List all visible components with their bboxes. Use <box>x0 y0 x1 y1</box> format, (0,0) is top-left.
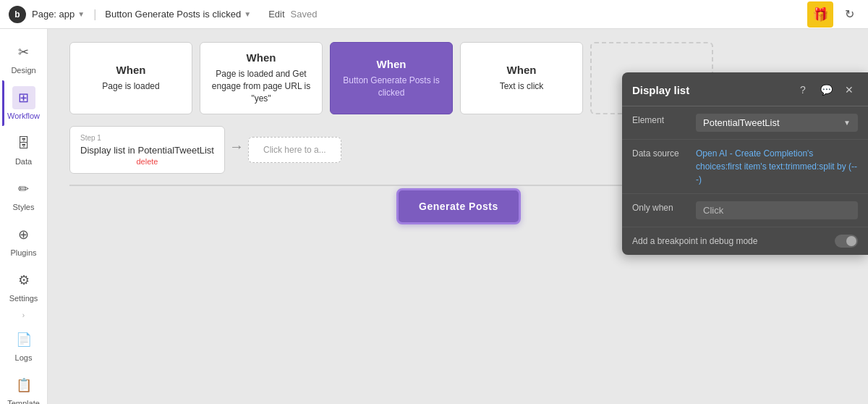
panel-header: Display list ? 💬 ✕ <box>622 72 868 106</box>
plugins-icon: ⊕ <box>18 227 29 243</box>
step-label: Step 1 <box>80 134 214 142</box>
gift-button[interactable]: 🎁 <box>807 1 833 28</box>
step-delete[interactable]: delete <box>80 157 214 166</box>
close-icon: ✕ <box>845 84 854 96</box>
click-here-card[interactable]: Click here to a... <box>248 137 341 163</box>
logs-icon: 📄 <box>16 332 32 348</box>
workflow-card-4[interactable]: When Text is click <box>460 42 583 114</box>
styles-icon: ✏ <box>18 181 29 197</box>
datasource-label: Data source <box>632 147 690 159</box>
settings-icon: ⚙ <box>18 272 30 288</box>
active-bar <box>2 80 4 126</box>
panel-footer: Add a breakpoint in debug mode <box>622 227 868 255</box>
panel-close-button[interactable]: ✕ <box>841 81 858 98</box>
sidebar-label-styles: Styles <box>13 203 35 211</box>
datasource-value: Open AI - Create Completion's choices:fi… <box>696 148 857 185</box>
generate-posts-button[interactable]: Generate Posts <box>396 188 521 224</box>
breakpoint-toggle[interactable] <box>835 235 858 248</box>
display-panel: Display list ? 💬 ✕ Element <box>622 72 868 255</box>
wcard2-sub: Page is loaded and Get engage from page … <box>209 68 313 104</box>
element-dropdown-inner[interactable]: PotentialTweetList ▼ <box>696 114 858 132</box>
sidebar-label-workflow: Workflow <box>7 111 40 120</box>
element-value: PotentialTweetList <box>703 117 780 128</box>
sidebar-item-data[interactable]: 🗄 Data <box>2 126 46 172</box>
panel-datasource-row: Data source Open AI - Create Completion'… <box>622 140 868 194</box>
element-label: Element <box>632 114 690 125</box>
sidebar: ✂ Design ⊞ Workflow 🗄 Data ✏ Styles ⊕ <box>0 29 48 404</box>
wcard2-title: When <box>247 51 276 64</box>
page-selector[interactable]: Page: app ▼ <box>32 9 85 20</box>
help-icon: ? <box>800 84 806 96</box>
step-card-1[interactable]: Step 1 Display list in PotentialTweetLis… <box>69 126 225 174</box>
only-when-value: Click <box>696 201 858 219</box>
wcard4-sub: Text is click <box>500 80 544 93</box>
trigger-selector[interactable]: Button Generate Posts is clicked ▼ <box>105 9 251 20</box>
sidebar-label-plugins: Plugins <box>10 248 36 257</box>
step-arrow: → <box>229 138 244 155</box>
sidebar-label-logs: Logs <box>15 353 33 362</box>
breakpoint-label: Add a breakpoint in debug mode <box>632 236 757 246</box>
workflow-card-1[interactable]: When Page is loaded <box>69 42 192 114</box>
wcard1-sub: Page is loaded <box>102 80 159 93</box>
refresh-button[interactable]: ↻ <box>839 4 859 25</box>
edit-button[interactable]: Edit <box>268 9 284 20</box>
workflow-icon: ⊞ <box>18 90 29 106</box>
panel-header-icons: ? 💬 ✕ <box>794 81 858 98</box>
page-chevron: ▼ <box>77 10 85 18</box>
wcard3-sub: Button Generate Posts is clicked <box>339 75 443 99</box>
only-when-value-wrap[interactable]: Click <box>696 201 858 219</box>
sidebar-collapse[interactable]: › <box>22 311 25 319</box>
trigger-label: Button Generate Posts is clicked <box>105 9 241 20</box>
page-label: Page: app <box>32 9 75 20</box>
sidebar-label-design: Design <box>11 66 35 75</box>
datasource-value-wrap[interactable]: Open AI - Create Completion's choices:fi… <box>696 147 858 186</box>
sidebar-label-template: Template <box>7 399 40 404</box>
click-here-label: Click here to a... <box>263 145 326 155</box>
only-when-label: Only when <box>632 201 690 213</box>
panel-onlywhen-row: Only when Click <box>622 194 868 227</box>
panel-help-button[interactable]: ? <box>794 81 812 98</box>
main-layout: ✂ Design ⊞ Workflow 🗄 Data ✏ Styles ⊕ <box>0 29 868 404</box>
panel-title: Display list <box>632 84 689 96</box>
wcard4-title: When <box>507 64 537 76</box>
topbar-divider: | <box>93 8 96 21</box>
sidebar-item-logs[interactable]: 📄 Logs <box>2 322 46 368</box>
element-dropdown[interactable]: PotentialTweetList ▼ <box>696 114 858 132</box>
canvas-area: When Page is loaded When Page is loaded … <box>48 29 868 404</box>
workflow-card-3[interactable]: When Button Generate Posts is clicked <box>330 42 453 114</box>
data-icon: 🗄 <box>17 136 30 151</box>
topbar: b Page: app ▼ | Button Generate Posts is… <box>0 0 868 29</box>
sidebar-label-settings: Settings <box>9 294 38 303</box>
sidebar-label-data: Data <box>15 157 32 166</box>
sidebar-item-plugins[interactable]: ⊕ Plugins <box>2 217 46 263</box>
workflow-card-2[interactable]: When Page is loaded and Get engage from … <box>200 42 323 114</box>
sidebar-item-workflow[interactable]: ⊞ Workflow <box>2 80 46 126</box>
design-icon: ✂ <box>18 44 29 60</box>
sidebar-item-design[interactable]: ✂ Design <box>2 35 46 80</box>
wcard3-title: When <box>377 58 407 70</box>
sidebar-item-template[interactable]: 📋 Template <box>2 368 46 404</box>
panel-comment-button[interactable]: 💬 <box>817 81 835 98</box>
panel-element-row: Element PotentialTweetList ▼ <box>622 106 868 140</box>
step-title: Display list in PotentialTweetList <box>80 145 214 156</box>
sidebar-item-styles[interactable]: ✏ Styles <box>2 172 46 217</box>
element-chevron: ▼ <box>843 119 851 127</box>
saved-status: Saved <box>291 9 318 20</box>
trigger-chevron: ▼ <box>244 10 251 18</box>
comment-icon: 💬 <box>820 84 833 96</box>
generate-posts-label: Generate Posts <box>419 201 498 212</box>
logo: b <box>9 6 26 23</box>
template-icon: 📋 <box>16 377 32 393</box>
wcard1-title: When <box>116 64 146 76</box>
sidebar-item-settings[interactable]: ⚙ Settings <box>2 263 46 308</box>
